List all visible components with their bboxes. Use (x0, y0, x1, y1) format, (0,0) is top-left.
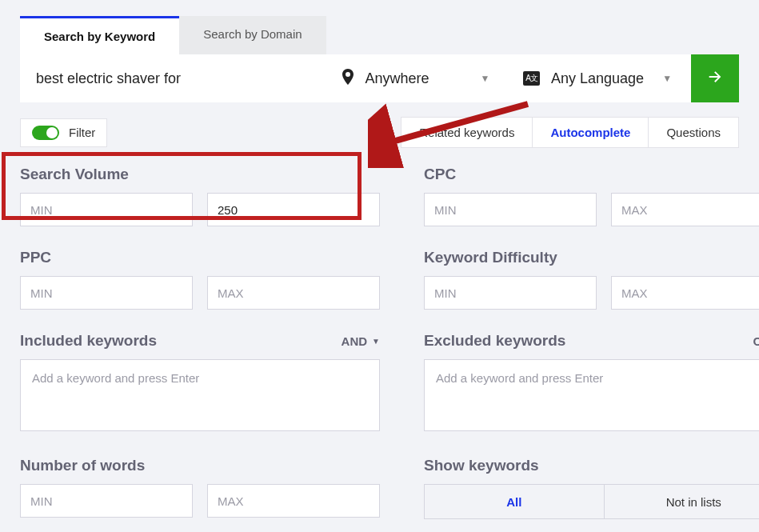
result-type-tabs: Related keywords Autocomplete Questions (401, 117, 739, 148)
search-volume-min[interactable] (20, 193, 193, 226)
included-keywords-label: Included keywords (20, 332, 157, 350)
excluded-keywords-label: Excluded keywords (424, 332, 565, 350)
search-volume-max[interactable] (207, 193, 380, 226)
excluded-keywords-input[interactable] (424, 359, 759, 431)
chevron-down-icon: ▼ (480, 73, 489, 84)
search-row: Anywhere ▼ A文 Any Language ▼ (20, 54, 739, 102)
excluded-mode-value: OR (753, 334, 759, 348)
tab-related-keywords[interactable]: Related keywords (401, 118, 533, 147)
filter-toggle[interactable] (32, 126, 59, 140)
section-show-keywords: Show keywords All Not in lists (424, 457, 759, 519)
kd-label: Keyword Difficulty (424, 249, 759, 266)
language-select[interactable]: A文 Any Language ▼ (509, 54, 686, 102)
language-value: Any Language (551, 70, 662, 87)
location-select[interactable]: Anywhere ▼ (327, 54, 505, 102)
location-pin-icon (342, 69, 354, 89)
tab-questions[interactable]: Questions (649, 118, 738, 147)
section-excluded-keywords: Excluded keywords OR ▼ (424, 332, 759, 434)
chevron-down-icon: ▼ (372, 337, 380, 346)
num-words-min[interactable] (20, 484, 193, 518)
keyword-input[interactable] (36, 70, 306, 87)
section-ppc: PPC (20, 249, 380, 310)
included-mode-dropdown[interactable]: AND ▼ (342, 334, 380, 348)
included-mode-value: AND (342, 334, 368, 348)
section-search-volume: Search Volume (20, 166, 380, 226)
main-tabs: Search by Keyword Search by Domain (20, 16, 739, 54)
filter-toggle-box: Filter (20, 118, 107, 147)
kd-max[interactable] (611, 276, 759, 310)
filter-row: Filter Related keywords Autocomplete Que… (20, 117, 739, 148)
cpc-label: CPC (424, 166, 759, 183)
section-cpc: CPC (424, 166, 759, 226)
section-num-words: Number of words (20, 457, 380, 519)
num-words-label: Number of words (20, 457, 380, 474)
ppc-min[interactable] (20, 276, 193, 310)
tab-search-domain[interactable]: Search by Domain (179, 16, 326, 54)
cpc-min[interactable] (424, 193, 597, 226)
show-not-in-lists-option[interactable]: Not in lists (605, 485, 760, 518)
tab-search-keyword[interactable]: Search by Keyword (20, 16, 179, 54)
cpc-max[interactable] (611, 193, 759, 226)
search-button[interactable] (691, 54, 739, 102)
show-all-option[interactable]: All (425, 485, 605, 518)
ppc-max[interactable] (207, 276, 380, 310)
translate-icon: A文 (523, 71, 540, 86)
kd-min[interactable] (424, 276, 597, 310)
chevron-down-icon: ▼ (662, 73, 672, 84)
tab-autocomplete[interactable]: Autocomplete (533, 118, 649, 147)
filter-grid: Search Volume CPC PPC Keyword Difficul (20, 166, 739, 532)
ppc-label: PPC (20, 249, 380, 266)
section-included-keywords: Included keywords AND ▼ (20, 332, 380, 434)
keyword-input-wrap (20, 54, 322, 102)
excluded-mode-dropdown[interactable]: OR ▼ (753, 334, 759, 348)
filter-label: Filter (69, 126, 95, 139)
section-kd: Keyword Difficulty (424, 249, 759, 310)
included-keywords-input[interactable] (20, 359, 380, 431)
arrow-right-icon (706, 68, 724, 89)
show-keywords-label: Show keywords (424, 457, 759, 474)
num-words-max[interactable] (207, 484, 380, 518)
location-value: Anywhere (366, 70, 481, 87)
search-volume-label: Search Volume (20, 166, 380, 183)
